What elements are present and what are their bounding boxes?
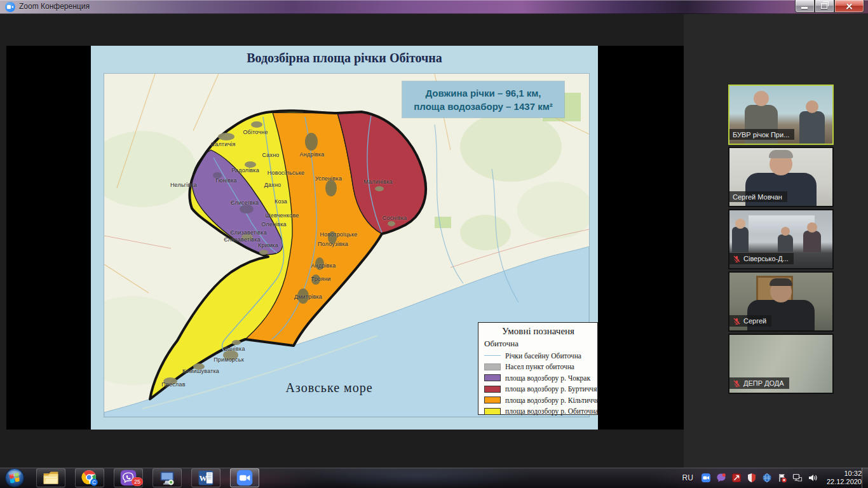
explorer-icon (42, 469, 60, 487)
desktop: Zoom Конференция БУВР річок При...Сергей… (0, 0, 868, 488)
map-label: Оленівка (261, 221, 287, 227)
map-label: Малинівка (363, 179, 393, 185)
taskbar-app-chrome[interactable]: C (75, 468, 104, 487)
restore-icon (821, 3, 827, 9)
person-silhouette (803, 231, 821, 252)
taskbar-clock[interactable]: 10:32 22.12.2020 (827, 470, 862, 486)
legend-item: площа водозбору р. Кільтиччя (484, 395, 592, 406)
map-label: Андрівка (311, 262, 336, 269)
legend-item-label: площа водозбору р. Буртиччя (505, 385, 597, 393)
map-label: Комишуватка (182, 368, 219, 374)
tray-network-icon[interactable] (792, 473, 803, 483)
language-indicator[interactable]: RU (682, 473, 693, 482)
participant-tile[interactable]: Сіверсько-Д... (728, 209, 834, 269)
info-line-2: площа водозабору – 1437 км² (414, 100, 553, 113)
svg-text:W: W (200, 474, 208, 483)
start-icon (4, 467, 25, 488)
legend-item-label: площа водозбору р. Кільтиччя (505, 396, 599, 404)
window-title: Zoom Конференция (19, 2, 90, 11)
legend-item-label: площа водозбору р. Обиточна (505, 407, 598, 415)
info-line-1: Довжина річки – 96,1 км, (425, 86, 541, 100)
participant-name: Сергей (743, 317, 766, 325)
map-label: Дахно (264, 182, 281, 188)
tray-zoom-icon[interactable] (701, 473, 711, 483)
close-button[interactable] (834, 0, 864, 13)
zoom-window-body: БУВР річок При...Сергей МовчанСіверсько-… (0, 14, 868, 468)
map-label: Єлизаветівка (230, 229, 267, 236)
legend-item: площа водозбору р. Обиточна (484, 406, 592, 417)
legend-item: Насел пункт обиточна (484, 362, 592, 373)
participants-panel: БУВР річок При...Сергей МовчанСіверсько-… (684, 14, 868, 468)
muted-mic-icon (733, 379, 741, 388)
start-button[interactable] (3, 468, 27, 487)
taskbar-app-viber[interactable]: 25 (114, 468, 143, 487)
person-silhouette (778, 234, 793, 252)
obytochna-swatch (484, 408, 501, 415)
participant-name: Сіверсько-Д... (743, 255, 789, 262)
legend-title: Умовні позначеня (484, 326, 592, 337)
chokrak-swatch (484, 374, 501, 381)
map-label: Кримка (258, 242, 278, 248)
slide-title: Водозбірна площа річки Обіточна (91, 51, 598, 65)
participant-tile[interactable]: Сергей (728, 271, 834, 332)
system-tray: RU 10:32 22.12.2020 (682, 468, 862, 488)
map-label: Полоузівка (318, 241, 348, 247)
map-label: Шевченкове (265, 212, 299, 219)
tray-volume-icon[interactable] (808, 473, 818, 483)
tray-shield-icon[interactable] (747, 473, 757, 483)
map-label: Радолівка (231, 167, 259, 173)
notification-badge: 25 (132, 477, 143, 486)
muted-mic-icon (733, 255, 741, 263)
tray-viber-icon[interactable] (716, 473, 726, 483)
taskbar-app-remote-desktop[interactable] (153, 468, 182, 487)
zoom-icon (236, 469, 254, 487)
restore-button[interactable] (815, 0, 834, 13)
map-label: Соснівка (383, 215, 407, 221)
map-label: Банівка (224, 346, 245, 352)
legend-item: площа водозбору р. Буртиччя (484, 384, 592, 395)
map-label: Дмитрівка (294, 294, 322, 300)
sea-label: Азовське море (285, 381, 372, 395)
participant-tile[interactable]: ДЕПР ДОДА (728, 334, 834, 394)
tray-globe-icon[interactable] (762, 473, 772, 483)
map-legend: Умовні позначеня Обиточна Річки басейну … (478, 322, 598, 415)
taskbar: C25W RU 10:32 22.12.2020 (0, 468, 868, 488)
clock-time: 10:32 (827, 470, 862, 478)
word-icon: W (197, 469, 215, 487)
map-label: Гюнівка (215, 177, 236, 184)
window-controls (795, 0, 864, 13)
chrome-icon: C (81, 469, 98, 487)
map-label: Обіточне (243, 129, 268, 135)
participant-nametag: Сергей (729, 315, 771, 327)
river-info-box: Довжина річки – 96,1 км, площа водозабор… (402, 81, 564, 118)
participant-tile[interactable]: БУВР річок При... (728, 85, 834, 145)
taskbar-app-zoom[interactable] (230, 468, 259, 487)
legend-item: площа водозбору р. Чокрак (484, 372, 592, 384)
participant-name: БУВР річок При... (733, 131, 789, 139)
map-label: Новосільське (268, 170, 304, 176)
legend-subtitle: Обиточна (484, 339, 592, 349)
map-label: Успенівка (315, 175, 342, 182)
map-label: Преслав (161, 381, 185, 388)
kiltychia-swatch (484, 396, 501, 403)
map-label: Нельгівка (170, 182, 197, 188)
tray-download-manager-icon[interactable] (731, 473, 742, 483)
clock-date: 22.12.2020 (827, 478, 862, 486)
svg-text:C: C (92, 479, 96, 485)
muted-mic-icon (733, 317, 741, 325)
tray-action-flag-icon[interactable] (777, 473, 787, 483)
participant-nametag: Сіверсько-Д... (729, 253, 794, 264)
map-label: Єлисеївка (231, 200, 259, 206)
map-label: Сахно (262, 152, 279, 158)
legend-items: Річки басейну ОбиточнаНасел пункт обиточ… (484, 350, 592, 417)
map-label: Андрівка (300, 151, 325, 158)
legend-item: Річки басейну Обиточна (484, 350, 592, 362)
legend-item-label: Річки басейну Обиточна (505, 352, 581, 360)
presentation-slide: Водозбірна площа річки Обіточна (91, 46, 598, 430)
minimize-button[interactable] (795, 0, 815, 13)
zoom-app-icon (5, 2, 15, 12)
taskbar-app-explorer[interactable] (36, 468, 65, 487)
participant-tile[interactable]: Сергей Мовчан (728, 147, 834, 207)
show-desktop-button[interactable] (862, 468, 868, 488)
taskbar-app-word[interactable]: W (191, 468, 220, 487)
